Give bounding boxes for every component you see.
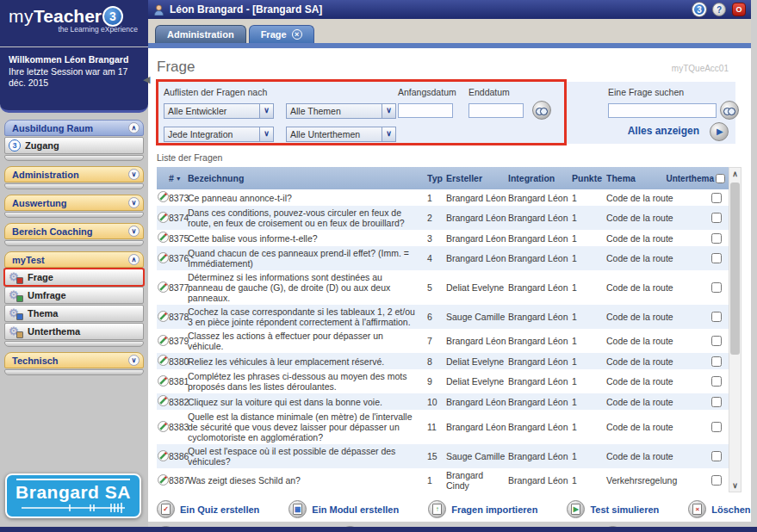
column-id[interactable]: #▼: [169, 173, 188, 183]
sidebar-section-auswertung[interactable]: Auswertung∨: [4, 195, 144, 211]
row-checkbox[interactable]: [711, 312, 722, 322]
collapse-icon[interactable]: ∧: [128, 254, 140, 265]
sidebar-section-bereich-coaching[interactable]: Bereich Coaching∨: [4, 223, 144, 239]
sidebar-item-frage[interactable]: Frage: [4, 269, 144, 286]
show-all-play-icon[interactable]: [710, 122, 729, 141]
ein-modul-erstellen-button[interactable]: ▦Ein Modul erstellen: [289, 500, 399, 518]
tab-frage[interactable]: Frage ×: [249, 25, 314, 43]
row-checkbox[interactable]: [711, 422, 722, 432]
test-simulieren-button[interactable]: ▶Test simulieren: [567, 500, 659, 518]
chevron-down-icon[interactable]: ∨: [259, 127, 273, 141]
expand-icon[interactable]: ∨: [128, 169, 140, 180]
question-text: Quand chacun de ces panneaux prend-il ef…: [188, 248, 427, 269]
column-integration[interactable]: Integration: [508, 173, 572, 183]
help-icon[interactable]: ?: [712, 3, 726, 16]
table-row[interactable]: 8378Cochez la case correspondante si les…: [157, 305, 729, 329]
table-row[interactable]: 8386Quel est l'espace où il est possible…: [157, 444, 729, 468]
table-row[interactable]: 8383Quelle est la distance minimale (en …: [157, 410, 729, 444]
row-checkbox[interactable]: [711, 376, 722, 387]
table-row[interactable]: 8382Cliquez sur la voiture qui est dans …: [157, 393, 729, 410]
row-checkbox[interactable]: [711, 282, 722, 293]
question-thema: Code de la route: [606, 422, 679, 432]
question-typ: 9: [427, 376, 446, 387]
scroll-down-icon[interactable]: ∨: [729, 481, 741, 490]
version-3-icon[interactable]: 3: [692, 3, 706, 16]
question-typ: 2: [427, 213, 446, 223]
sidebar-section-technisch[interactable]: Technisch∨: [4, 352, 144, 368]
expand-icon[interactable]: ∨: [128, 197, 140, 208]
row-checkbox[interactable]: [711, 253, 722, 263]
integration-dropdown[interactable]: Jede Integration ∨: [164, 127, 274, 142]
question-search-input[interactable]: [608, 103, 717, 118]
sidebar-section-mytest[interactable]: myTest∧: [4, 251, 144, 268]
table-row[interactable]: 8377Déterminez si les informations sont …: [157, 270, 729, 305]
scroll-up-icon[interactable]: ∧: [729, 170, 741, 178]
table-row[interactable]: 8374Dans ces conditions, pouvez-vous cir…: [157, 206, 729, 230]
start-date-input[interactable]: [398, 103, 453, 118]
developer-dropdown[interactable]: Alle Entwickler ∨: [164, 103, 274, 119]
select-all-checkbox[interactable]: [716, 174, 725, 183]
question-punkte: 1: [572, 213, 606, 223]
expand-icon[interactable]: ∨: [128, 355, 140, 366]
question-search-binoculars-icon[interactable]: [720, 101, 739, 120]
table-row[interactable]: 8376Quand chacun de ces panneaux prend-i…: [157, 246, 729, 270]
edit-pencil-icon[interactable]: [158, 421, 169, 434]
l-schen-button[interactable]: ×Löschen: [688, 500, 750, 518]
edit-pencil-icon[interactable]: [158, 212, 169, 225]
edit-pencil-icon[interactable]: [158, 450, 169, 463]
edit-pencil-icon[interactable]: [158, 191, 169, 204]
table-row[interactable]: 8373Ce panneau annonce-t-il?1Brangard Lé…: [157, 189, 729, 206]
chevron-down-icon[interactable]: ∨: [382, 104, 395, 118]
fragen-importieren-button[interactable]: ↑Fragen importieren: [428, 500, 537, 518]
row-checkbox[interactable]: [711, 233, 722, 244]
column-bezeichnung[interactable]: Bezeichnung: [188, 173, 427, 183]
edit-pencil-icon[interactable]: [158, 474, 169, 487]
row-checkbox[interactable]: [711, 451, 722, 461]
edit-pencil-icon[interactable]: [158, 252, 169, 265]
table-scrollbar[interactable]: ∧ ∨: [729, 167, 741, 492]
table-row[interactable]: 8380Reliez les véhicules à leur emplacem…: [157, 353, 729, 369]
table-row[interactable]: 8375Cette balise vous informe-t-elle?3Br…: [157, 230, 729, 246]
table-row[interactable]: 8387Was zeigt dieses Schild an?1Brangard…: [157, 468, 729, 492]
column-punkte[interactable]: Punkte: [572, 173, 606, 183]
expand-icon[interactable]: ∨: [128, 226, 140, 237]
sidebar-section-ausbildung-raum[interactable]: Ausbildung Raum∧: [4, 120, 144, 136]
row-checkbox[interactable]: [711, 475, 722, 486]
sidebar-item-unterthema[interactable]: Unterthema: [4, 323, 144, 340]
edit-pencil-icon[interactable]: [158, 232, 169, 244]
sidebar-collapse-handle[interactable]: ◀: [143, 74, 150, 85]
edit-pencil-icon[interactable]: [158, 281, 169, 294]
edit-pencil-icon[interactable]: [158, 311, 169, 324]
close-tab-icon[interactable]: ×: [292, 29, 302, 40]
end-date-input[interactable]: [468, 103, 524, 118]
logout-power-icon[interactable]: O: [732, 3, 746, 16]
column-typ[interactable]: Typ: [427, 173, 446, 183]
row-checkbox[interactable]: [711, 213, 722, 223]
row-checkbox[interactable]: [711, 397, 722, 407]
ein-quiz-erstellen-button[interactable]: ✓Ein Quiz erstellen: [157, 500, 259, 518]
edit-pencil-icon[interactable]: [158, 355, 169, 368]
row-checkbox[interactable]: [711, 336, 722, 346]
collapse-icon[interactable]: ∧: [128, 122, 140, 133]
table-row[interactable]: 8381Complétez les phrases ci-dessous au …: [157, 369, 729, 393]
chevron-down-icon[interactable]: ∨: [382, 127, 395, 141]
show-all-link[interactable]: Alles anzeigen: [628, 125, 699, 137]
chevron-down-icon[interactable]: ∨: [259, 104, 273, 118]
edit-pencil-icon[interactable]: [158, 375, 169, 388]
tab-administration[interactable]: Administration: [155, 25, 246, 43]
row-checkbox[interactable]: [711, 193, 722, 203]
sidebar-item-umfrage[interactable]: Umfrage: [4, 287, 144, 304]
table-row[interactable]: 8379Classez les actions à effectuer pour…: [157, 329, 729, 353]
row-checkbox[interactable]: [711, 356, 722, 367]
scrollbar-thumb[interactable]: [730, 182, 740, 355]
column-unterthema[interactable]: Unterthema: [679, 174, 729, 183]
column-ersteller[interactable]: Ersteller: [446, 173, 508, 183]
sidebar-item-thema[interactable]: Thema: [4, 305, 144, 322]
sidebar-item-zugang[interactable]: 3Zugang: [4, 137, 144, 154]
edit-pencil-icon[interactable]: [158, 395, 169, 408]
sidebar-section-administration[interactable]: Administration∨: [4, 166, 144, 182]
subtheme-dropdown[interactable]: Alle Unterthemen ∨: [286, 127, 396, 142]
theme-dropdown[interactable]: Alle Themen ∨: [286, 103, 396, 119]
date-search-binoculars-icon[interactable]: [532, 101, 551, 120]
edit-pencil-icon[interactable]: [158, 335, 169, 348]
